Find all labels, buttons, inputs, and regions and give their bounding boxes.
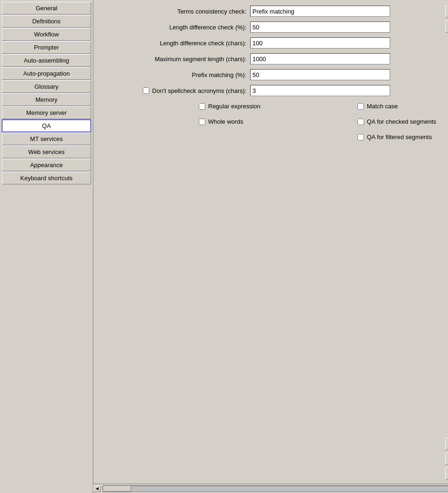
max-segment-label: Maximum segment length (chars): bbox=[101, 56, 250, 63]
qa-filtered-row: QA for filtered segments bbox=[357, 134, 448, 141]
scrollbar-thumb[interactable] bbox=[103, 486, 131, 492]
sidebar-item-memory-server[interactable]: Memory server bbox=[2, 106, 91, 119]
content-area: Terms consistency check: Length differen… bbox=[93, 0, 448, 493]
length-diff-chars-row: Length difference check (chars): bbox=[101, 37, 448, 49]
sidebar-item-general[interactable]: General bbox=[2, 2, 91, 14]
qa-checked-checkbox[interactable] bbox=[357, 119, 364, 125]
checkbox-col-left: Regular expression Whole words bbox=[199, 103, 357, 145]
match-case-row: Match case bbox=[357, 103, 448, 110]
regular-expression-checkbox[interactable] bbox=[199, 103, 205, 110]
qa-filtered-label: QA for filtered segments bbox=[367, 134, 432, 141]
length-diff-pct-input[interactable] bbox=[250, 21, 390, 33]
spellcheck-label: Don't spellcheck acronyms (chars): bbox=[152, 87, 246, 94]
scrollbar-track[interactable] bbox=[103, 486, 448, 492]
sidebar-item-qa[interactable]: QA bbox=[2, 120, 91, 132]
sidebar: General Definitions Workflow Prompter Au… bbox=[0, 0, 93, 493]
length-diff-chars-label: Length difference check (chars): bbox=[101, 40, 250, 47]
prefix-matching-row: Prefix matching (%): bbox=[101, 69, 448, 80]
spellcheck-input[interactable] bbox=[250, 85, 390, 96]
regular-expression-label: Regular expression bbox=[208, 103, 260, 110]
top-buttons: OK Cancel bbox=[445, 6, 448, 33]
sidebar-item-workflow[interactable]: Workflow bbox=[2, 28, 91, 41]
sidebar-item-auto-assembling[interactable]: Auto-assembling bbox=[2, 54, 91, 67]
sidebar-item-appearance[interactable]: Appearance bbox=[2, 159, 91, 171]
content-inner: Terms consistency check: Length differen… bbox=[93, 0, 448, 493]
cancel-button[interactable]: Cancel bbox=[445, 21, 448, 33]
regular-expression-row: Regular expression bbox=[199, 103, 357, 110]
spellcheck-row: Don't spellcheck acronyms (chars): bbox=[101, 85, 448, 96]
match-case-label: Match case bbox=[367, 103, 398, 110]
sidebar-item-web-services[interactable]: Web services bbox=[2, 146, 91, 158]
qa-checked-row: QA for checked segments bbox=[357, 118, 448, 125]
max-segment-row: Maximum segment length (chars): bbox=[101, 53, 448, 64]
checkboxes-section: Regular expression Whole words Match cas… bbox=[199, 103, 448, 145]
prefix-matching-label: Prefix matching (%): bbox=[101, 71, 250, 78]
reset-button[interactable]: Reset bbox=[445, 468, 448, 480]
qa-filtered-checkbox[interactable] bbox=[357, 134, 364, 141]
export-button[interactable]: Export bbox=[445, 438, 448, 450]
horizontal-scrollbar: ◀ ▶ bbox=[93, 484, 448, 493]
max-segment-input[interactable] bbox=[250, 53, 390, 64]
main-container: General Definitions Workflow Prompter Au… bbox=[0, 0, 448, 493]
sidebar-item-memory[interactable]: Memory bbox=[2, 93, 91, 106]
match-case-checkbox[interactable] bbox=[357, 103, 364, 110]
bottom-buttons: Export Import Reset bbox=[445, 438, 448, 480]
terms-consistency-input[interactable] bbox=[250, 6, 390, 17]
terms-consistency-row: Terms consistency check: bbox=[101, 6, 448, 17]
length-diff-pct-label: Length difference check (%): bbox=[101, 24, 250, 31]
whole-words-checkbox[interactable] bbox=[199, 119, 205, 125]
prefix-matching-input[interactable] bbox=[250, 69, 390, 80]
length-diff-pct-row: Length difference check (%): bbox=[101, 21, 448, 33]
sidebar-item-mt-services[interactable]: MT services bbox=[2, 133, 91, 145]
sidebar-item-definitions[interactable]: Definitions bbox=[2, 15, 91, 28]
terms-consistency-label: Terms consistency check: bbox=[101, 8, 250, 15]
length-diff-chars-input[interactable] bbox=[250, 37, 390, 49]
spellcheck-checkbox[interactable] bbox=[143, 87, 149, 94]
qa-checked-label: QA for checked segments bbox=[367, 118, 436, 125]
checkbox-col-right: Match case QA for checked segments QA fo… bbox=[357, 103, 448, 145]
scroll-left-arrow[interactable]: ◀ bbox=[93, 486, 101, 492]
whole-words-label: Whole words bbox=[208, 118, 243, 125]
whole-words-row: Whole words bbox=[199, 118, 357, 125]
sidebar-item-prompter[interactable]: Prompter bbox=[2, 41, 91, 54]
ok-button[interactable]: OK bbox=[445, 6, 448, 18]
sidebar-item-keyboard-shortcuts[interactable]: Keyboard shortcuts bbox=[2, 172, 91, 184]
sidebar-item-auto-propagation[interactable]: Auto-propagation bbox=[2, 67, 91, 80]
sidebar-item-glossary[interactable]: Glossary bbox=[2, 80, 91, 93]
import-button[interactable]: Import bbox=[445, 453, 448, 465]
